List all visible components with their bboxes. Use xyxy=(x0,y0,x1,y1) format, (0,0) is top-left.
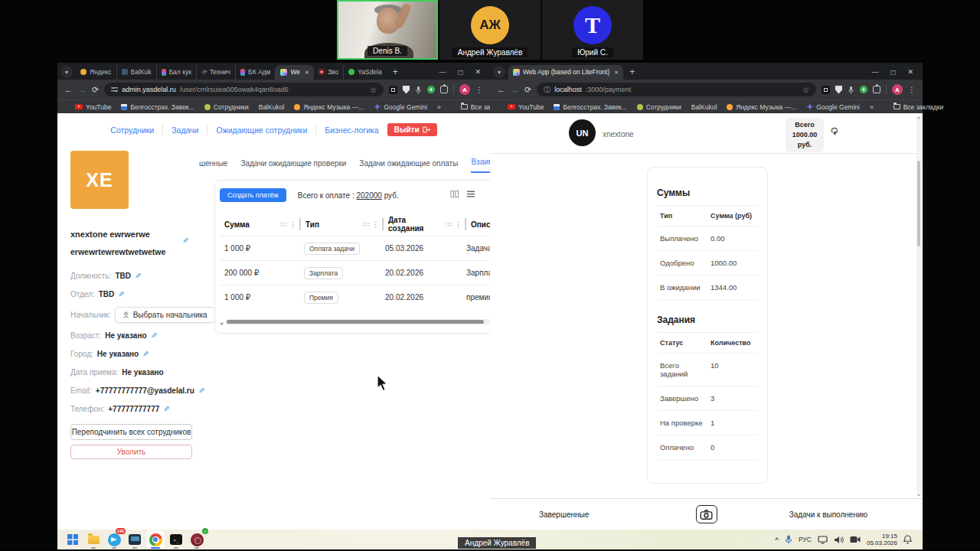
close-icon[interactable] xyxy=(475,68,481,76)
info-icon[interactable] xyxy=(544,85,550,95)
forward-icon[interactable] xyxy=(511,85,519,94)
edit-age-icon[interactable] xyxy=(151,331,157,340)
table-row[interactable]: 1 000 ₽ Оплата задачи 05.03.2026 Задача … xyxy=(220,236,490,260)
edit-phone-icon[interactable] xyxy=(163,405,169,413)
edit-department-icon[interactable] xyxy=(118,290,124,298)
tab-groups-icon[interactable] xyxy=(822,86,830,94)
column-menu-icon[interactable] xyxy=(455,220,462,228)
address-bar[interactable]: admin.yasdelal.ru /user/cmlrsuiea005owak… xyxy=(104,83,384,96)
edit-city-icon[interactable] xyxy=(142,350,149,358)
tab-settlements[interactable]: Взаиморасчеты xyxy=(471,158,490,173)
column-header-description[interactable]: Описание xyxy=(466,220,490,229)
bookmark-youtube[interactable]: YouTube xyxy=(75,103,111,111)
tab-search-chevron-icon[interactable] xyxy=(60,66,73,78)
browser-tab[interactable]: BalKuk xyxy=(116,65,156,80)
todo-link[interactable]: Задачи к выполнению xyxy=(789,510,867,519)
address-bar[interactable]: localhost :3000/payment xyxy=(537,83,816,96)
camera-button[interactable] xyxy=(696,505,717,523)
bookmarks-overflow-button[interactable]: » xyxy=(870,103,874,111)
mic-icon[interactable] xyxy=(848,86,854,94)
bookmark-balkukol[interactable]: BalKukol xyxy=(691,103,717,111)
forward-icon[interactable] xyxy=(78,85,87,94)
horizontal-scrollbar[interactable] xyxy=(220,315,490,328)
start-button[interactable] xyxy=(64,530,82,549)
bookmark-star-icon[interactable] xyxy=(370,86,377,94)
browser-tab[interactable]: YaSdela xyxy=(343,65,387,80)
reload-icon[interactable] xyxy=(524,85,531,95)
mic-tray-icon[interactable] xyxy=(785,535,792,544)
total-amount[interactable]: 202000 xyxy=(356,191,381,200)
scrollbar-thumb[interactable] xyxy=(227,320,484,324)
display-tray-icon[interactable] xyxy=(818,536,828,544)
extensions-puzzle-icon[interactable] xyxy=(873,86,880,93)
fire-button[interactable]: Уволить xyxy=(70,445,192,459)
back-icon[interactable] xyxy=(497,85,505,94)
chrome-button[interactable] xyxy=(146,530,165,549)
vertical-scrollbar[interactable] xyxy=(916,116,921,496)
participant-tile-andrey[interactable]: АЖ Андрей Журавлёв xyxy=(439,0,541,60)
hidden-icons-chevron[interactable] xyxy=(775,536,779,543)
browser-tab[interactable]: Зво xyxy=(314,65,343,80)
tab-groups-icon[interactable] xyxy=(389,86,397,94)
browser-tab[interactable]: Технич xyxy=(196,65,235,80)
bookmark-belgosstrakh[interactable]: Белгосстрах. Завек... xyxy=(554,103,626,111)
column-header-type[interactable]: Тип xyxy=(301,220,382,229)
table-row[interactable]: 200 000 ₽ Зарплата 20.02.2026 Зарплата xyxy=(220,260,490,285)
bookmark-yandex-music[interactable]: Яндекс Музыка —... xyxy=(727,103,796,111)
tab-awaiting-payment[interactable]: Задачи ожидающие оплаты xyxy=(359,159,458,173)
nav-link-pending-employees[interactable]: Ожидающие сотрудники xyxy=(216,126,307,135)
telegram-button[interactable]: 140 xyxy=(105,530,123,549)
scrollbar-thumb[interactable] xyxy=(917,161,920,246)
reload-icon[interactable] xyxy=(92,85,99,95)
file-explorer-button[interactable] xyxy=(84,530,103,549)
table-row[interactable]: 1 000 ₽ Премия 20.02.2026 премия xyxy=(220,285,490,309)
extension-icon[interactable] xyxy=(860,86,867,93)
close-icon[interactable] xyxy=(907,68,913,76)
video-camera-tray-icon[interactable] xyxy=(850,536,861,543)
bookmarks-overflow-button[interactable]: » xyxy=(437,103,441,111)
terminal-button[interactable] xyxy=(167,530,185,549)
nav-link-tasks[interactable]: Задачи xyxy=(172,126,198,135)
completed-link[interactable]: Завершенные xyxy=(539,510,589,519)
edit-name-icon[interactable] xyxy=(182,236,188,245)
scroll-up-arrow-icon[interactable] xyxy=(916,115,921,119)
recorder-app-button[interactable] xyxy=(188,530,206,549)
minimize-icon[interactable] xyxy=(871,68,878,76)
bookmark-google-gemini[interactable]: Google Gemini xyxy=(806,103,860,111)
drag-handle-icon[interactable] xyxy=(446,221,452,228)
column-header-amount[interactable]: Сумма xyxy=(220,220,299,229)
language-indicator[interactable]: РУС xyxy=(799,536,812,543)
browser-profile-avatar[interactable]: A xyxy=(459,84,470,95)
scrollbar-track[interactable] xyxy=(225,319,490,324)
browser-tab[interactable]: Бал кук xyxy=(156,65,196,80)
notifications-bell-icon[interactable] xyxy=(903,535,912,544)
all-bookmarks-button[interactable]: Все закладки xyxy=(893,103,944,111)
nav-link-business-logic[interactable]: Бизнес-логика xyxy=(325,126,378,135)
bookmark-employees[interactable]: Сотрудники xyxy=(637,103,681,111)
tab-search-chevron-icon[interactable] xyxy=(493,66,505,78)
menu-view-icon[interactable] xyxy=(466,190,475,198)
bookmark-youtube[interactable]: YouTube xyxy=(508,103,544,111)
bookmark-employees[interactable]: Сотрудники xyxy=(204,103,249,111)
extension-icon[interactable] xyxy=(427,86,435,93)
shield-extension-icon[interactable] xyxy=(835,86,842,94)
bookmark-yandex-music[interactable]: Яндекс Музыка —... xyxy=(294,103,364,111)
clock[interactable]: 19:15 05.03.2026 xyxy=(867,533,897,546)
maximize-icon[interactable] xyxy=(458,68,462,77)
columns-view-icon[interactable] xyxy=(450,190,459,198)
browser-menu-icon[interactable] xyxy=(475,85,483,94)
extensions-puzzle-icon[interactable] xyxy=(440,86,448,93)
logout-button[interactable]: Выйти xyxy=(387,123,437,136)
nav-link-employees[interactable]: Сотрудники xyxy=(110,126,154,135)
new-tab-button[interactable] xyxy=(623,67,641,77)
browser-profile-avatar[interactable]: A xyxy=(892,84,903,95)
bookmark-belgosstrakh[interactable]: Белгосстрах. Завек... xyxy=(121,103,194,111)
browser-tab[interactable]: БК Адм xyxy=(235,65,275,80)
browser-menu-icon[interactable] xyxy=(908,85,916,94)
close-tab-icon[interactable] xyxy=(303,68,309,76)
minimize-icon[interactable] xyxy=(439,68,446,76)
scroll-down-arrow-icon[interactable] xyxy=(916,493,921,497)
edit-position-icon[interactable] xyxy=(135,272,141,280)
create-payment-button[interactable]: Создать платёж xyxy=(220,188,286,202)
browser-tab-active[interactable]: We xyxy=(275,65,313,80)
